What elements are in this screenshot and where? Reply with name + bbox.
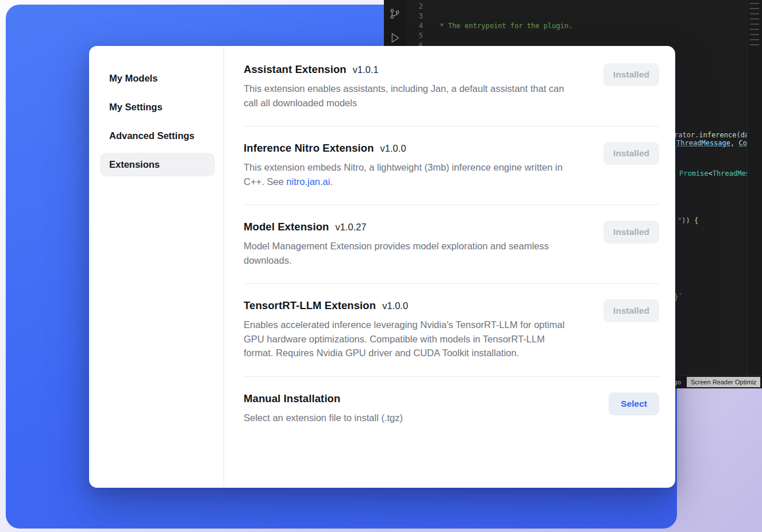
- sidebar-item-advanced-settings[interactable]: Advanced Settings: [100, 124, 215, 148]
- sidebar-item-extensions[interactable]: Extensions: [100, 153, 215, 176]
- extension-title: TensortRT-LLM Extension: [244, 299, 376, 312]
- extension-title: Model Extension: [244, 221, 329, 233]
- source-control-icon: [388, 7, 401, 20]
- extension-description: This extension embeds Nitro, a lightweig…: [244, 160, 576, 188]
- code-line: * The entrypoint for the plugin.: [436, 21, 747, 31]
- editor-minimap: [747, 0, 762, 388]
- extension-version: v1.0.27: [336, 222, 367, 233]
- extension-version: v1.0.0: [380, 143, 406, 154]
- screen-reader-optimized-badge: Screen Reader Optimiz: [687, 377, 760, 387]
- settings-sidebar: My Models My Settings Advanced Settings …: [89, 46, 224, 488]
- installed-button[interactable]: Installed: [603, 142, 659, 165]
- installed-button[interactable]: Installed: [603, 221, 659, 244]
- manual-installation-row: Manual Installation Select an extension …: [244, 377, 659, 441]
- line-number: 4: [406, 21, 423, 31]
- extension-title: Inference Nitro Extension: [244, 142, 374, 155]
- extension-info: Model Extension v1.0.27 Model Management…: [244, 221, 576, 267]
- extension-row-inference-nitro: Inference Nitro Extension v1.0.0 This ex…: [244, 126, 659, 205]
- editor-line-numbers: 2 3 4 5 6: [406, 2, 423, 51]
- line-number: 2: [406, 2, 423, 11]
- extension-title: Assistant Extension: [244, 63, 347, 76]
- extension-info: Assistant Extension v1.0.1 This extensio…: [244, 63, 576, 110]
- extension-info: TensortRT-LLM Extension v1.0.0 Enables a…: [244, 299, 576, 360]
- desktop-background: 2 3 4 5 6 * The entrypoint for the plugi…: [0, 0, 762, 532]
- code-fragment: ")) {: [678, 217, 698, 225]
- manual-installation-info: Manual Installation Select an extension …: [244, 392, 403, 425]
- sidebar-item-my-settings[interactable]: My Settings: [100, 95, 215, 119]
- extension-info: Inference Nitro Extension v1.0.0 This ex…: [244, 142, 576, 188]
- installed-button[interactable]: Installed: [603, 299, 659, 322]
- installed-button[interactable]: Installed: [603, 63, 659, 86]
- extension-version: v1.0.0: [382, 300, 408, 311]
- manual-installation-title: Manual Installation: [244, 392, 340, 405]
- line-number: 5: [406, 31, 423, 41]
- nitro-jan-ai-link[interactable]: nitro.jan.ai: [286, 176, 330, 187]
- extension-description: Enables accelerated inference leveraging…: [244, 318, 576, 360]
- sidebar-item-my-models[interactable]: My Models: [100, 67, 215, 90]
- description-text: .: [330, 176, 333, 187]
- settings-modal: My Models My Settings Advanced Settings …: [89, 46, 675, 488]
- extensions-panel: Assistant Extension v1.0.1 This extensio…: [224, 46, 675, 488]
- extension-description: This extension enables assistants, inclu…: [244, 82, 576, 110]
- line-number: 3: [406, 11, 423, 21]
- extension-row-model: Model Extension v1.0.27 Model Management…: [244, 205, 659, 284]
- extension-row-tensorrt-llm: TensortRT-LLM Extension v1.0.0 Enables a…: [244, 284, 659, 377]
- run-debug-icon: [388, 32, 401, 44]
- extension-version: v1.0.1: [353, 64, 379, 75]
- extension-description: Model Management Extension provides mode…: [244, 239, 576, 267]
- select-file-button[interactable]: Select: [609, 392, 659, 415]
- manual-installation-description: Select an extension file to install (.tg…: [244, 411, 403, 425]
- extension-row-assistant: Assistant Extension v1.0.1 This extensio…: [244, 63, 659, 126]
